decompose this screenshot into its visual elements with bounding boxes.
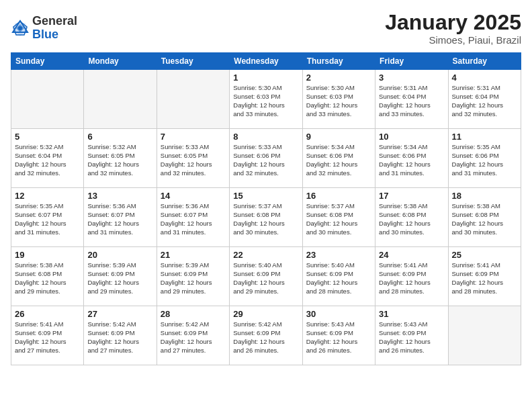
day-number: 19	[15, 250, 80, 260]
table-row: 13Sunrise: 5:36 AMSunset: 6:07 PMDayligh…	[84, 188, 157, 247]
generalblue-logo-icon	[11, 19, 30, 38]
day-number: 5	[15, 132, 80, 142]
table-row: 3Sunrise: 5:31 AMSunset: 6:04 PMDaylight…	[375, 70, 448, 129]
table-row: 16Sunrise: 5:37 AMSunset: 6:08 PMDayligh…	[302, 188, 375, 247]
day-number: 12	[15, 191, 80, 201]
day-info: Sunrise: 5:33 AMSunset: 6:05 PMDaylight:…	[161, 143, 226, 177]
calendar-header-row: Sunday Monday Tuesday Wednesday Thursday…	[11, 53, 521, 70]
day-info: Sunrise: 5:38 AMSunset: 6:08 PMDaylight:…	[452, 202, 517, 236]
day-info: Sunrise: 5:41 AMSunset: 6:09 PMDaylight:…	[15, 320, 80, 355]
day-number: 23	[306, 250, 371, 260]
day-info: Sunrise: 5:42 AMSunset: 6:09 PMDaylight:…	[161, 320, 226, 355]
table-row: 5Sunrise: 5:32 AMSunset: 6:04 PMDaylight…	[11, 129, 84, 188]
table-row: 22Sunrise: 5:40 AMSunset: 6:09 PMDayligh…	[230, 247, 302, 306]
table-row: 15Sunrise: 5:37 AMSunset: 6:08 PMDayligh…	[230, 188, 302, 247]
logo: General Blue	[11, 15, 77, 42]
calendar-week-4: 19Sunrise: 5:38 AMSunset: 6:08 PMDayligh…	[11, 247, 521, 306]
table-row: 26Sunrise: 5:41 AMSunset: 6:09 PMDayligh…	[11, 306, 84, 365]
day-number: 16	[306, 191, 371, 201]
day-info: Sunrise: 5:35 AMSunset: 6:06 PMDaylight:…	[452, 143, 517, 177]
col-header-saturday: Saturday	[448, 53, 521, 70]
table-row: 4Sunrise: 5:31 AMSunset: 6:04 PMDaylight…	[448, 70, 521, 129]
col-header-tuesday: Tuesday	[157, 53, 229, 70]
month-title: January 2025	[385, 11, 521, 34]
day-info: Sunrise: 5:36 AMSunset: 6:07 PMDaylight:…	[161, 202, 226, 236]
day-info: Sunrise: 5:34 AMSunset: 6:06 PMDaylight:…	[379, 143, 444, 177]
day-info: Sunrise: 5:38 AMSunset: 6:08 PMDaylight:…	[379, 202, 444, 236]
day-number: 27	[87, 309, 152, 319]
day-number: 13	[87, 191, 152, 201]
table-row: 25Sunrise: 5:41 AMSunset: 6:09 PMDayligh…	[448, 247, 521, 306]
day-number: 20	[87, 250, 152, 260]
day-number: 7	[161, 132, 226, 142]
day-number: 11	[452, 132, 517, 142]
day-info: Sunrise: 5:37 AMSunset: 6:08 PMDaylight:…	[306, 202, 371, 236]
calendar-week-2: 5Sunrise: 5:32 AMSunset: 6:04 PMDaylight…	[11, 129, 521, 188]
day-info: Sunrise: 5:34 AMSunset: 6:06 PMDaylight:…	[306, 143, 371, 177]
day-number: 17	[379, 191, 444, 201]
table-row: 9Sunrise: 5:34 AMSunset: 6:06 PMDaylight…	[302, 129, 375, 188]
table-row: 27Sunrise: 5:42 AMSunset: 6:09 PMDayligh…	[84, 306, 157, 365]
logo-blue: Blue	[32, 28, 77, 42]
table-row: 23Sunrise: 5:40 AMSunset: 6:09 PMDayligh…	[302, 247, 375, 306]
day-number: 24	[379, 250, 444, 260]
table-row: 6Sunrise: 5:32 AMSunset: 6:05 PMDaylight…	[84, 129, 157, 188]
day-number: 31	[379, 309, 444, 319]
col-header-sunday: Sunday	[11, 53, 84, 70]
day-info: Sunrise: 5:42 AMSunset: 6:09 PMDaylight:…	[87, 320, 152, 355]
day-number: 10	[379, 132, 444, 142]
calendar-week-3: 12Sunrise: 5:35 AMSunset: 6:07 PMDayligh…	[11, 188, 521, 247]
table-row: 17Sunrise: 5:38 AMSunset: 6:08 PMDayligh…	[375, 188, 448, 247]
day-info: Sunrise: 5:31 AMSunset: 6:04 PMDaylight:…	[379, 84, 444, 118]
col-header-monday: Monday	[84, 53, 157, 70]
day-number: 8	[233, 132, 298, 142]
table-row: 31Sunrise: 5:43 AMSunset: 6:09 PMDayligh…	[375, 306, 448, 365]
day-info: Sunrise: 5:33 AMSunset: 6:06 PMDaylight:…	[233, 143, 298, 177]
day-info: Sunrise: 5:39 AMSunset: 6:09 PMDaylight:…	[161, 261, 226, 295]
day-info: Sunrise: 5:40 AMSunset: 6:09 PMDaylight:…	[233, 261, 298, 295]
col-header-friday: Friday	[375, 53, 448, 70]
table-row: 18Sunrise: 5:38 AMSunset: 6:08 PMDayligh…	[448, 188, 521, 247]
table-row: 28Sunrise: 5:42 AMSunset: 6:09 PMDayligh…	[157, 306, 229, 365]
day-number: 30	[306, 309, 371, 319]
day-info: Sunrise: 5:36 AMSunset: 6:07 PMDaylight:…	[87, 202, 152, 236]
day-info: Sunrise: 5:43 AMSunset: 6:09 PMDaylight:…	[379, 320, 444, 355]
header: General Blue January 2025 Simoes, Piaui,…	[11, 11, 521, 46]
table-row: 11Sunrise: 5:35 AMSunset: 6:06 PMDayligh…	[448, 129, 521, 188]
day-info: Sunrise: 5:40 AMSunset: 6:09 PMDaylight:…	[306, 261, 371, 295]
day-number: 18	[452, 191, 517, 201]
col-header-wednesday: Wednesday	[230, 53, 302, 70]
day-info: Sunrise: 5:41 AMSunset: 6:09 PMDaylight:…	[452, 261, 517, 295]
table-row: 12Sunrise: 5:35 AMSunset: 6:07 PMDayligh…	[11, 188, 84, 247]
day-info: Sunrise: 5:43 AMSunset: 6:09 PMDaylight:…	[306, 320, 371, 355]
day-number: 2	[306, 73, 371, 83]
day-info: Sunrise: 5:42 AMSunset: 6:09 PMDaylight:…	[233, 320, 298, 355]
day-number: 29	[233, 309, 298, 319]
day-number: 22	[233, 250, 298, 260]
day-info: Sunrise: 5:37 AMSunset: 6:08 PMDaylight:…	[233, 202, 298, 236]
day-number: 9	[306, 132, 371, 142]
calendar-table: Sunday Monday Tuesday Wednesday Thursday…	[11, 52, 521, 365]
table-row	[448, 306, 521, 365]
day-info: Sunrise: 5:38 AMSunset: 6:08 PMDaylight:…	[15, 261, 80, 295]
table-row: 19Sunrise: 5:38 AMSunset: 6:08 PMDayligh…	[11, 247, 84, 306]
day-info: Sunrise: 5:39 AMSunset: 6:09 PMDaylight:…	[87, 261, 152, 295]
table-row: 1Sunrise: 5:30 AMSunset: 6:03 PMDaylight…	[230, 70, 302, 129]
calendar-week-1: 1Sunrise: 5:30 AMSunset: 6:03 PMDaylight…	[11, 70, 521, 129]
day-number: 1	[233, 73, 298, 83]
table-row: 14Sunrise: 5:36 AMSunset: 6:07 PMDayligh…	[157, 188, 229, 247]
day-number: 15	[233, 191, 298, 201]
svg-point-3	[18, 26, 22, 30]
title-area: January 2025 Simoes, Piaui, Brazil	[385, 11, 521, 46]
table-row: 2Sunrise: 5:30 AMSunset: 6:03 PMDaylight…	[302, 70, 375, 129]
day-number: 26	[15, 309, 80, 319]
table-row: 8Sunrise: 5:33 AMSunset: 6:06 PMDaylight…	[230, 129, 302, 188]
table-row: 20Sunrise: 5:39 AMSunset: 6:09 PMDayligh…	[84, 247, 157, 306]
table-row	[84, 70, 157, 129]
day-info: Sunrise: 5:41 AMSunset: 6:09 PMDaylight:…	[379, 261, 444, 295]
day-info: Sunrise: 5:30 AMSunset: 6:03 PMDaylight:…	[233, 84, 298, 118]
table-row: 21Sunrise: 5:39 AMSunset: 6:09 PMDayligh…	[157, 247, 229, 306]
logo-text: General Blue	[32, 15, 77, 42]
day-number: 21	[161, 250, 226, 260]
day-number: 14	[161, 191, 226, 201]
